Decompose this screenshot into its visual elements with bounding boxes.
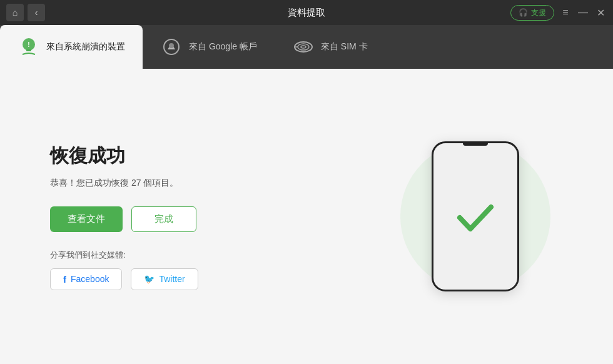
left-section: 恢復成功 恭喜！您已成功恢復 27 個項目。 查看文件 完成 分享我們到社交媒體… xyxy=(50,143,388,290)
twitter-button[interactable]: 🐦 Twitter xyxy=(131,268,198,290)
action-buttons: 查看文件 完成 xyxy=(50,206,388,232)
main-content: 恢復成功 恭喜！您已成功恢復 27 個項目。 查看文件 完成 分享我們到社交媒體… xyxy=(0,69,613,364)
facebook-icon: f xyxy=(63,274,66,285)
home-icon: ⌂ xyxy=(13,8,18,18)
phone-frame xyxy=(432,141,519,291)
twitter-label: Twitter xyxy=(159,274,185,284)
home-button[interactable]: ⌂ xyxy=(6,4,24,21)
svg-point-7 xyxy=(301,46,306,48)
tab-sim-card[interactable]: 來自 SIM 卡 xyxy=(275,25,385,69)
app-title: 資料提取 xyxy=(288,7,325,19)
tab-crashed-device-label: 來自系統崩潰的裝置 xyxy=(46,41,125,53)
title-bar: ⌂ ‹ 資料提取 支援 ≡ — ✕ xyxy=(0,0,613,25)
twitter-icon: 🐦 xyxy=(144,274,155,284)
social-buttons: f Facebook 🐦 Twitter xyxy=(50,268,388,290)
done-button[interactable]: 完成 xyxy=(131,206,196,232)
facebook-label: Facebook xyxy=(71,274,109,284)
tab-google-account-label: 來自 Google 帳戶 xyxy=(189,41,257,53)
menu-button[interactable]: ≡ xyxy=(559,7,572,18)
title-bar-left: ⌂ ‹ xyxy=(6,4,45,21)
facebook-button[interactable]: f Facebook xyxy=(50,268,122,290)
tab-bar: ! 來自系統崩潰的裝置 來自 Google 帳戶 來自 SIM 卡 xyxy=(0,25,613,69)
back-icon: ‹ xyxy=(35,8,38,18)
view-files-button[interactable]: 查看文件 xyxy=(50,206,123,232)
tab-google-account[interactable]: 來自 Google 帳戶 xyxy=(143,25,275,69)
support-button[interactable]: 支援 xyxy=(510,5,554,21)
success-description: 恭喜！您已成功恢復 27 個項目。 xyxy=(50,178,388,189)
success-checkmark xyxy=(450,191,500,241)
svg-point-4 xyxy=(169,43,174,48)
minimize-button[interactable]: — xyxy=(577,7,589,18)
right-section xyxy=(388,141,563,291)
share-label: 分享我們到社交媒體: xyxy=(50,250,388,261)
back-button[interactable]: ‹ xyxy=(28,4,45,21)
svg-rect-1 xyxy=(26,49,31,51)
close-button[interactable]: ✕ xyxy=(594,7,607,19)
svg-point-6 xyxy=(298,44,309,50)
tab-sim-card-label: 來自 SIM 卡 xyxy=(321,41,368,53)
google-account-icon xyxy=(160,36,183,58)
success-title: 恢復成功 xyxy=(50,143,388,169)
crashed-device-icon: ! xyxy=(18,36,40,58)
title-bar-right: 支援 ≡ — ✕ xyxy=(510,5,607,21)
support-label: 支援 xyxy=(531,8,546,18)
svg-text:!: ! xyxy=(28,41,29,48)
sim-card-icon xyxy=(292,36,315,58)
tab-crashed-device[interactable]: ! 來自系統崩潰的裝置 xyxy=(0,25,143,69)
